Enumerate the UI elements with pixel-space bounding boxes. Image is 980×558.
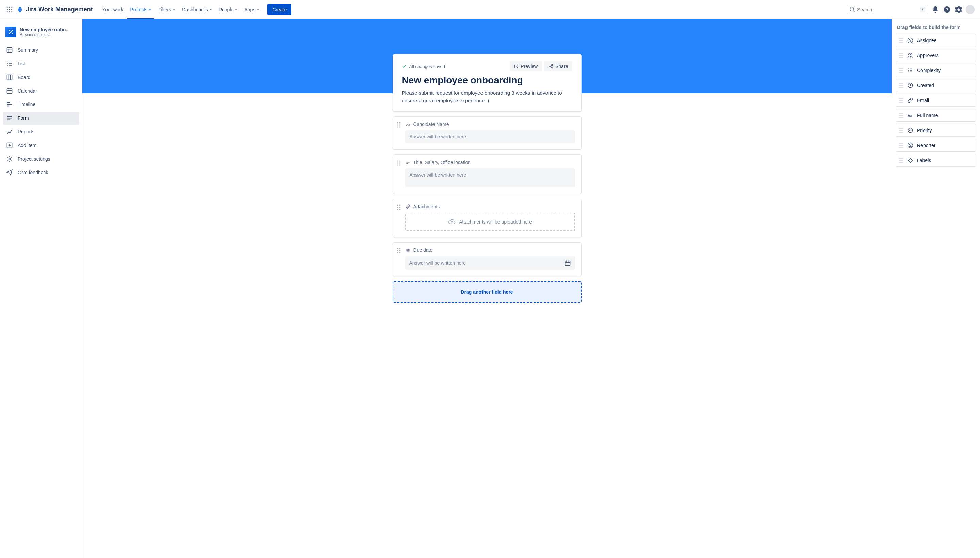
form-field-paragraph[interactable]: Title, Salary, Office locationAnswer wil… [393, 154, 581, 194]
notifications-icon[interactable] [931, 5, 940, 14]
form-field-attachment[interactable]: AttachmentsAttachments will be uploaded … [393, 199, 581, 238]
app-switcher-icon[interactable] [5, 5, 14, 14]
form-header-card: All changes saved Preview Share New empl [393, 54, 581, 112]
nav-items: Your work Projects Filters Dashboards Pe… [100, 5, 262, 14]
save-status: All changes saved [402, 64, 445, 69]
svg-point-95 [908, 128, 913, 133]
sidebar-item-reports[interactable]: Reports [3, 125, 79, 138]
svg-rect-11 [7, 48, 12, 53]
external-link-icon [514, 64, 519, 69]
svg-point-94 [902, 132, 903, 133]
sidebar-item-board[interactable]: Board [3, 71, 79, 84]
rail-field-labels[interactable]: Labels [896, 154, 976, 167]
form-field-date[interactable]: Due dateAnswer will be written here [393, 242, 581, 276]
rail-field-priority[interactable]: Priority [896, 124, 976, 137]
svg-rect-46 [565, 261, 570, 265]
drag-handle-icon[interactable] [397, 205, 402, 210]
tag-icon [907, 157, 914, 164]
nav-filters[interactable]: Filters [156, 5, 178, 14]
rail-field-label: Labels [917, 158, 931, 163]
sidebar-item-give-feedback[interactable]: Give feedback [3, 166, 79, 179]
form-field-text[interactable]: AaCandidate NameAnswer will be written h… [393, 117, 581, 150]
svg-point-81 [902, 102, 903, 103]
project-header[interactable]: New employee onbo.. Business project [3, 25, 79, 39]
nav-apps[interactable]: Apps [241, 5, 262, 14]
add-icon [6, 142, 13, 149]
svg-point-92 [902, 130, 903, 131]
form-description[interactable]: Please submit request for employee onboa… [402, 89, 572, 105]
drag-handle-icon[interactable] [397, 248, 402, 253]
summary-icon [6, 47, 13, 53]
avatar[interactable] [966, 5, 975, 14]
list-icon [6, 60, 13, 67]
svg-point-58 [902, 55, 903, 56]
drag-handle-icon[interactable] [397, 122, 402, 128]
sidebar-item-label: Form [18, 115, 29, 121]
list-icon [907, 67, 914, 74]
settings-icon[interactable] [954, 5, 963, 14]
rail-field-complexity[interactable]: Complexity [896, 64, 976, 77]
field-label: AaCandidate Name [405, 121, 575, 127]
field-dropzone[interactable]: Drag another field here [393, 281, 581, 303]
nav-projects[interactable]: Projects [127, 5, 154, 14]
rail-field-approvers[interactable]: Approvers [896, 49, 976, 62]
svg-point-67 [900, 72, 901, 73]
drag-handle-icon [900, 38, 903, 43]
svg-point-97 [902, 143, 903, 144]
sidebar-item-list[interactable]: List [3, 57, 79, 70]
sidebar-item-project-settings[interactable]: Project settings [3, 153, 79, 165]
rail-field-label: Reporter [917, 143, 936, 148]
form-icon [6, 115, 13, 121]
sidebar-item-summary[interactable]: Summary [3, 44, 79, 56]
sidebar-item-add-item[interactable]: Add item [3, 139, 79, 152]
drag-handle-icon [900, 98, 903, 103]
svg-point-26 [397, 161, 398, 162]
sidebar-item-label: Calendar [18, 88, 37, 94]
svg-point-65 [900, 70, 901, 71]
sidebar-item-form[interactable]: Form [3, 112, 79, 125]
svg-point-54 [909, 39, 911, 41]
logo[interactable]: Jira Work Management [16, 6, 93, 13]
svg-point-8 [11, 11, 12, 12]
svg-point-4 [9, 9, 10, 10]
create-button[interactable]: Create [268, 4, 291, 15]
sidebar-item-timeline[interactable]: Timeline [3, 98, 79, 111]
svg-point-68 [902, 72, 903, 73]
settings-icon [6, 156, 13, 162]
svg-point-78 [900, 100, 901, 101]
rail-field-assignee[interactable]: Assignee [896, 34, 976, 47]
rail-field-label: Approvers [917, 53, 939, 58]
svg-point-60 [902, 57, 903, 58]
nav-your-work[interactable]: Your work [100, 5, 126, 14]
svg-rect-15 [7, 118, 11, 119]
attachment-dropzone: Attachments will be uploaded here [405, 213, 575, 231]
share-icon [548, 64, 553, 69]
date-input-placeholder: Answer will be written here [405, 256, 575, 270]
sidebar-item-label: Add item [18, 143, 36, 148]
drag-handle-icon[interactable] [397, 160, 402, 166]
svg-point-41 [399, 250, 400, 251]
svg-point-34 [397, 207, 398, 208]
svg-point-23 [397, 126, 398, 128]
rail-field-created[interactable]: Created [896, 79, 976, 92]
svg-point-103 [909, 144, 911, 146]
preview-button[interactable]: Preview [510, 61, 542, 71]
search-box[interactable]: / [847, 5, 928, 14]
search-input[interactable] [857, 7, 918, 12]
chevron-down-icon [149, 8, 151, 10]
svg-point-32 [397, 205, 398, 206]
svg-point-74 [902, 87, 903, 88]
share-button[interactable]: Share [545, 61, 572, 71]
field-label: Title, Salary, Office location [405, 159, 575, 165]
nav-dashboards[interactable]: Dashboards [179, 5, 215, 14]
rail-field-reporter[interactable]: Reporter [896, 139, 976, 152]
project-avatar [5, 26, 16, 38]
rail-field-label: Priority [917, 128, 932, 133]
nav-people[interactable]: People [216, 5, 241, 14]
rail-field-email[interactable]: Email [896, 94, 976, 107]
sidebar-item-calendar[interactable]: Calendar [3, 84, 79, 97]
help-icon[interactable]: ? [942, 5, 951, 14]
svg-point-28 [397, 162, 398, 164]
form-title[interactable]: New employee onboarding [402, 75, 572, 86]
rail-field-full-name[interactable]: AaFull name [896, 109, 976, 122]
